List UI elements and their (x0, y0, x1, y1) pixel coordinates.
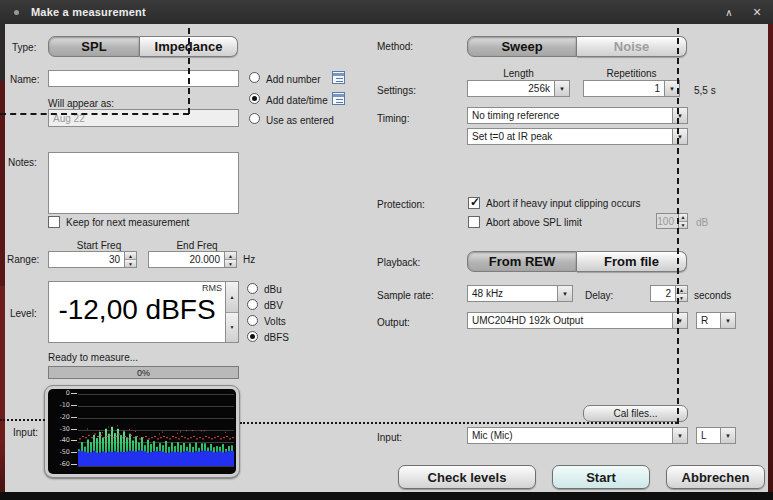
spec-axis-40: -40 (48, 436, 70, 444)
check-levels-label: Check levels (428, 470, 507, 485)
number-scheme-icon[interactable] (332, 71, 345, 84)
input-channel-dropdown-icon[interactable] (720, 428, 735, 443)
type-spl-label: SPL (81, 39, 106, 54)
level-display: RMS -12,00 dBFS (49, 282, 225, 342)
output-device-select[interactable]: UMC204HD 192k Output (467, 312, 688, 329)
progress-bar: 0% (48, 366, 239, 379)
type-spl-button[interactable]: SPL (48, 36, 140, 57)
timing-reference-dropdown-icon[interactable] (672, 108, 687, 123)
keep-for-next-label: Keep for next measurement (66, 217, 189, 228)
delay-spinner[interactable]: 2 (650, 285, 688, 302)
input-meter-label: Input: (13, 427, 38, 438)
range-label: Range: (7, 254, 39, 265)
drag-outline-vertical-left (188, 28, 190, 114)
cal-files-button[interactable]: Cal files... (583, 405, 688, 422)
spec-tick (71, 417, 77, 418)
spec-tick (71, 405, 77, 406)
spec-tick (71, 464, 77, 465)
input-channel-select[interactable]: L (696, 427, 736, 444)
spec-axis-0: 0 (48, 389, 70, 397)
input-device-dropdown-icon[interactable] (672, 428, 687, 443)
use-as-entered-radio[interactable] (249, 113, 260, 124)
name-input[interactable] (48, 70, 239, 87)
spl-limit-spinner[interactable]: 100 (656, 213, 688, 229)
will-appear-as-value-field: Aug 22 (48, 109, 239, 127)
unit-dbfs-radio[interactable] (247, 331, 258, 342)
drag-outline-horizontal-bottom-a (0, 419, 45, 421)
playback-from-file-button[interactable]: From file (577, 251, 687, 272)
from-file-label: From file (604, 254, 659, 269)
shade-window-icon[interactable] (716, 0, 742, 24)
unit-dbv-radio[interactable] (247, 299, 258, 310)
title-bar[interactable]: Make a measurement (0, 0, 773, 24)
add-number-radio[interactable] (249, 72, 260, 83)
unit-dbu-radio[interactable] (247, 283, 258, 294)
sample-rate-label: Sample rate: (377, 290, 434, 301)
progress-text: 0% (137, 368, 150, 378)
add-datetime-radio[interactable] (249, 93, 260, 104)
start-freq-label: Start Freq (60, 240, 138, 251)
drag-outline-horizontal-bottom-b (240, 422, 677, 424)
repetitions-label: Repetitions (583, 68, 680, 79)
add-datetime-label: Add date/time (266, 95, 328, 106)
input-channel-value: L (697, 428, 720, 443)
sample-rate-select[interactable]: 48 kHz (467, 285, 573, 302)
notes-textarea[interactable] (48, 152, 239, 214)
status-text: Ready to measure... (48, 352, 138, 363)
db-label: dB (696, 217, 708, 228)
input-spectrum-panel[interactable]: 0 -10 -20 -30 -40 -50 -60 (44, 385, 240, 478)
end-freq-spinner[interactable]: 20.000 (148, 251, 237, 268)
end-freq-spin-icons[interactable] (224, 252, 236, 267)
start-freq-spinner[interactable]: 30 (48, 251, 137, 268)
settings-label: Settings: (377, 85, 416, 96)
playback-from-rew-button[interactable]: From REW (467, 251, 577, 272)
timing-t0-select[interactable]: Set t=0 at IR peak (467, 128, 688, 145)
abort-clipping-label: Abort if heavy input clipping occurs (486, 198, 641, 209)
output-channel-select[interactable]: R (696, 312, 736, 329)
level-value: -12,00 dBFS (49, 294, 225, 326)
repetitions-select[interactable]: 1 (583, 80, 680, 97)
spec-tick (71, 393, 77, 394)
input-device-label: Input: (377, 432, 402, 443)
method-noise-button[interactable]: Noise (577, 36, 687, 57)
sample-rate-dropdown-icon[interactable] (557, 286, 572, 301)
input-device-select[interactable]: Mic (Mic) (467, 427, 688, 444)
background-app-right-edge (768, 24, 773, 492)
method-sweep-button[interactable]: Sweep (467, 36, 577, 57)
datetime-scheme-icon[interactable] (332, 92, 345, 105)
timing-t0-dropdown-icon[interactable] (672, 129, 687, 144)
abort-clipping-checkbox[interactable] (468, 197, 480, 209)
window-icon (14, 10, 19, 15)
check-levels-button[interactable]: Check levels (398, 465, 536, 489)
output-label: Output: (377, 317, 410, 328)
output-channel-dropdown-icon[interactable] (720, 313, 735, 328)
rms-label: RMS (202, 283, 222, 293)
will-appear-as-label: Will appear as: (48, 98, 114, 109)
abort-spl-checkbox[interactable] (468, 216, 480, 228)
level-spinner[interactable]: RMS -12,00 dBFS (48, 281, 239, 343)
output-device-dropdown-icon[interactable] (672, 313, 687, 328)
close-window-icon[interactable] (744, 0, 770, 24)
window-title: Make a measurement (31, 6, 146, 18)
spl-limit-value: 100 (657, 214, 678, 228)
unit-volts-radio[interactable] (247, 315, 258, 326)
method-noise-label: Noise (614, 39, 649, 54)
method-label: Method: (377, 41, 413, 52)
notes-label: Notes: (8, 157, 37, 168)
start-button[interactable]: Start (552, 465, 650, 489)
unit-volts-label: Volts (264, 316, 286, 327)
start-freq-spin-icons[interactable] (124, 252, 136, 267)
drag-outline-horizontal-left (0, 113, 189, 115)
unit-dbfs-label: dBFS (264, 332, 289, 343)
cancel-button[interactable]: Abbrechen (666, 465, 765, 489)
level-spin-icons[interactable] (225, 282, 238, 342)
hz-label: Hz (243, 254, 255, 265)
timing-reference-value: No timing reference (468, 108, 672, 123)
length-dropdown-icon[interactable] (554, 81, 569, 96)
unit-dbv-label: dBV (264, 300, 283, 311)
end-freq-value: 20.000 (149, 252, 224, 267)
keep-for-next-checkbox[interactable] (48, 216, 60, 228)
length-select[interactable]: 256k (467, 80, 570, 97)
timing-reference-select[interactable]: No timing reference (467, 107, 688, 124)
spl-limit-spin-icons[interactable] (678, 214, 687, 228)
